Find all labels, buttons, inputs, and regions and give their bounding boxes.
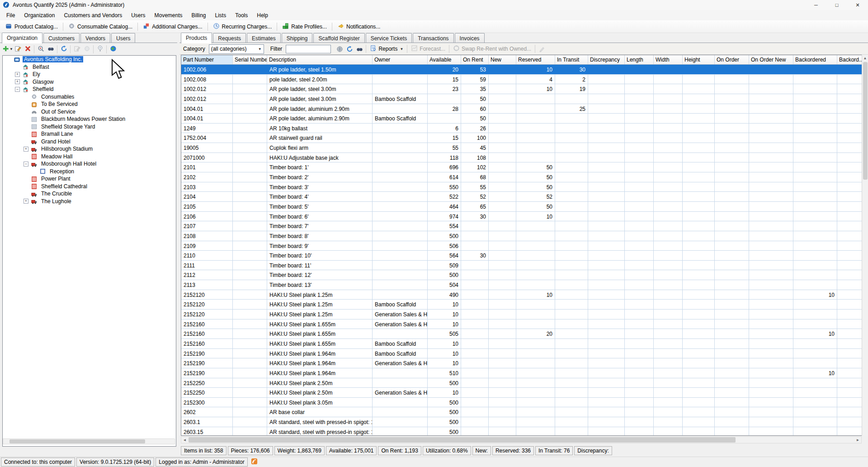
table-row[interactable]: 2152160HAKI:U Steel plank 1.655m5052010 bbox=[181, 329, 862, 339]
tab-organization[interactable]: Organization bbox=[2, 33, 42, 43]
table-row[interactable]: 2603.1AR standard, steel with pressed-in… bbox=[181, 417, 862, 427]
find-jobsite-button[interactable] bbox=[36, 45, 46, 54]
column-header-serial-number[interactable]: Serial Number bbox=[233, 55, 267, 64]
tree-expander[interactable]: + bbox=[24, 199, 28, 204]
column-header-in-transit[interactable]: In Transit bbox=[555, 55, 588, 64]
table-row[interactable]: 2152190HAKI:U Steel plank 1.964mBamboo S… bbox=[181, 349, 862, 359]
column-header-available[interactable]: Available bbox=[428, 55, 461, 64]
menu-item-movements[interactable]: Movements bbox=[150, 11, 187, 20]
tree-item-the-lughole[interactable]: +The Lughole bbox=[3, 198, 176, 205]
category-select[interactable]: (all categories) ▼ bbox=[209, 44, 264, 54]
tab-invoices[interactable]: Invoices bbox=[455, 33, 485, 43]
column-header-length[interactable]: Length bbox=[625, 55, 654, 64]
consumable-catalog-button[interactable]: Consumable Catalog... bbox=[65, 21, 136, 33]
menu-item-tools[interactable]: Tools bbox=[231, 11, 252, 20]
column-header-reserved[interactable]: Reserved bbox=[516, 55, 555, 64]
table-row[interactable]: 2104Timber board: 4'5225252 bbox=[181, 192, 862, 202]
column-header-owner[interactable]: Owner bbox=[373, 55, 428, 64]
menu-item-lists[interactable]: Lists bbox=[211, 11, 231, 20]
forecast-button[interactable]: Forecast... bbox=[409, 44, 448, 54]
close-button[interactable]: ✕ bbox=[847, 0, 868, 10]
tab-service-tickets[interactable]: Service Tickets bbox=[366, 33, 412, 43]
tree-horizontal-scrollbar[interactable] bbox=[3, 438, 175, 444]
column-header-description[interactable]: Description bbox=[267, 55, 373, 64]
delete-button[interactable] bbox=[23, 45, 33, 54]
table-row[interactable]: 2105Timber board: 5'4646550 bbox=[181, 202, 862, 212]
table-row[interactable]: 2071000HAKI:U Adjustable base jack118108 bbox=[181, 153, 862, 163]
table-row[interactable]: 2113Timber board: 13'504 bbox=[181, 280, 862, 290]
tree-expander[interactable]: + bbox=[15, 79, 20, 84]
menu-item-file[interactable]: File bbox=[2, 11, 19, 20]
table-row[interactable]: 19005Cuplok flexi arm5545 bbox=[181, 143, 862, 153]
tab-products[interactable]: Products bbox=[181, 33, 212, 43]
table-row[interactable]: 2152120HAKI:U Steel plank 1.25mBamboo Sc… bbox=[181, 300, 862, 310]
tree-item-sheffield[interactable]: −Sheffield bbox=[3, 86, 176, 93]
tab-transactions[interactable]: Transactions bbox=[413, 33, 453, 43]
web-view-button[interactable] bbox=[335, 44, 344, 53]
table-row[interactable]: 2152250HAKI:U Steel plank 2.50m500 bbox=[181, 378, 862, 388]
scroll-thumb[interactable] bbox=[9, 439, 145, 443]
table-row[interactable]: 2106Timber board: 6'9743010 bbox=[181, 212, 862, 222]
table-row[interactable]: 1002.012AR pole ladder, steel 3.00mBambo… bbox=[181, 94, 862, 104]
table-row[interactable]: 2107Timber board: 7'554 bbox=[181, 221, 862, 231]
table-row[interactable]: 1752.004AR stairwell guard rail15100 bbox=[181, 133, 862, 143]
tab-users[interactable]: Users bbox=[111, 33, 135, 43]
table-row[interactable]: 2152120HAKI:U Steel plank 1.25m4901010 bbox=[181, 290, 862, 300]
table-row[interactable]: 1002.012AR pole ladder, steel 3.00m23351… bbox=[181, 84, 862, 94]
table-horizontal-scrollbar[interactable]: ◄ ► bbox=[181, 436, 862, 443]
column-header-new[interactable]: New bbox=[489, 55, 516, 64]
table-row[interactable]: 2152300HAKI:U Steel plank 3.05m500 bbox=[181, 398, 862, 408]
tree-item-bramall-lane[interactable]: Bramall Lane bbox=[3, 130, 176, 138]
tree-item-to-be-serviced[interactable]: To Be Serviced bbox=[3, 100, 176, 108]
table-row[interactable]: 2602AR base collar500 bbox=[181, 407, 862, 417]
table-row[interactable]: 2152190HAKI:U Steel plank 1.964mGenerati… bbox=[181, 358, 862, 368]
recurring-charges-button[interactable]: Recurring Charges... bbox=[209, 21, 276, 33]
table-row[interactable]: 1002.008pole ladder, steel 2.00m155942 bbox=[181, 75, 862, 85]
tab-scaffold-register[interactable]: Scaffold Register bbox=[313, 33, 364, 43]
swap-rerent-button[interactable]: Swap Re-Rent with Owned... bbox=[451, 44, 533, 54]
tree-item-meadow-hall[interactable]: Meadow Hall bbox=[3, 153, 176, 161]
tree-expander[interactable]: + bbox=[15, 72, 20, 77]
tree-item-consumables[interactable]: Consumables bbox=[3, 93, 176, 101]
filter-input[interactable] bbox=[286, 45, 331, 53]
rate-profiles-button[interactable]: Rate Profiles... bbox=[278, 21, 330, 33]
table-row[interactable]: 2103Timber board: 3'5505550 bbox=[181, 182, 862, 192]
table-row[interactable]: 2152160HAKI:U Steel plank 1.655mBamboo S… bbox=[181, 339, 862, 349]
menu-item-users[interactable]: Users bbox=[127, 11, 150, 20]
table-row[interactable]: 1249AR 10kg ballast626 bbox=[181, 124, 862, 133]
tree-item-power-plant[interactable]: Power Plant bbox=[3, 175, 176, 183]
table-row[interactable]: 1004.01AR pole ladder, aluminium 2.90mBa… bbox=[181, 114, 862, 124]
tree-item-sheffield-cathedral[interactable]: Sheffield Cathedral bbox=[3, 183, 176, 191]
table-row[interactable]: 2112Timber board: 12'500 bbox=[181, 270, 862, 280]
tab-estimates[interactable]: Estimates bbox=[247, 33, 281, 43]
tree-item-glasgow[interactable]: +Glasgow bbox=[3, 78, 176, 86]
edit-notes-button[interactable] bbox=[72, 45, 82, 54]
tree-expander[interactable]: − bbox=[24, 162, 28, 167]
tree-item-belfast[interactable]: Belfast bbox=[3, 63, 176, 71]
tree-expander[interactable]: + bbox=[24, 147, 28, 152]
map-marker-button[interactable] bbox=[95, 45, 105, 54]
stamp-button[interactable] bbox=[82, 45, 92, 54]
tree-item-sheffield-storage-yard[interactable]: Sheffield Storage Yard bbox=[3, 123, 176, 131]
table-row[interactable]: 2152250HAKI:U Steel plank 2.50mGeneratio… bbox=[181, 388, 862, 398]
column-header-backord[interactable]: Backord... bbox=[837, 55, 862, 64]
view-button[interactable] bbox=[354, 44, 364, 53]
column-header-discrepancy[interactable]: Discrepancy bbox=[588, 55, 625, 64]
menu-item-organization[interactable]: Organization bbox=[19, 11, 59, 20]
table-row[interactable]: 2152120HAKI:U Steel plank 1.25mGeneratio… bbox=[181, 310, 862, 319]
tree-item-blackburn-meadows-power-station[interactable]: Blackburn Meadows Power Station bbox=[3, 115, 176, 123]
table-row[interactable]: 2110Timber board: 10'56430 bbox=[181, 251, 862, 261]
table-row[interactable]: 2603.15AR standard, steel with pressed-i… bbox=[181, 427, 862, 436]
column-header-on-order-new[interactable]: On Order New bbox=[749, 55, 793, 64]
table-row[interactable]: 2111Timber board: 11'509 bbox=[181, 261, 862, 271]
table-row[interactable]: 2109Timber board: 9'506 bbox=[181, 241, 862, 251]
table-row[interactable]: 2101Timber board: 1'69610250 bbox=[181, 162, 862, 172]
notifications-button[interactable]: Notifications... bbox=[334, 21, 384, 33]
column-header-part-number[interactable]: Part Number bbox=[181, 55, 233, 64]
edit-button[interactable] bbox=[13, 45, 23, 54]
reports-button[interactable]: Reports ▼ bbox=[368, 44, 406, 54]
column-header-on-rent[interactable]: On Rent bbox=[461, 55, 489, 64]
google-earth-button[interactable] bbox=[108, 45, 118, 54]
refresh-button[interactable] bbox=[344, 44, 354, 53]
scroll-thumb[interactable] bbox=[189, 437, 736, 443]
